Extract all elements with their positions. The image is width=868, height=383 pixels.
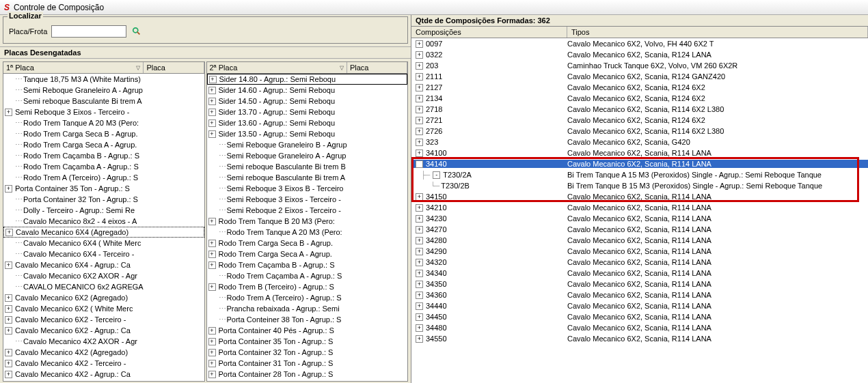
tree-row[interactable]: ├─-T230/2ABi Trem Tanque A 15 M3 (Peroxi… bbox=[411, 169, 868, 180]
list-item[interactable]: ⋯Rodo Trem Caçamba B - Agrup.: S bbox=[3, 150, 204, 161]
list-item[interactable]: ⋯Dolly - Terceiro - Agrup.: Semi Re bbox=[3, 205, 204, 216]
tree-row[interactable]: +34550Cavalo Mecanico 6X2, Scania, R114 … bbox=[411, 333, 868, 344]
list-item[interactable]: +Cavalo Mecanico 4X2 - Terceiro - bbox=[3, 358, 204, 369]
tree-row[interactable]: +34100Cavalo Mecanico 6X2, Scania, R114 … bbox=[411, 147, 868, 158]
tree-row[interactable]: +34320Cavalo Mecanico 6X2, Scania, R114 … bbox=[411, 257, 868, 268]
expand-icon[interactable]: + bbox=[5, 327, 12, 335]
list-item[interactable]: ⋯Rodo Trem Tanque A 20 M3 (Pero: bbox=[3, 117, 204, 128]
tree-row[interactable]: +0097Cavalo Mecanico 6X2, Volvo, FH 440 … bbox=[411, 38, 868, 49]
tree-row[interactable]: +2127Cavalo Mecanico 6X2, Scania, R124 6… bbox=[411, 82, 868, 93]
expand-icon[interactable]: + bbox=[416, 313, 423, 321]
list-item[interactable]: ⋯Semi Reboque 3 Eixos B - Terceiro bbox=[207, 183, 408, 194]
list-item[interactable]: ⋯Semi reboque Basculante Bi trem B bbox=[207, 161, 408, 172]
placa-frota-input[interactable] bbox=[51, 25, 126, 38]
list-item[interactable]: +Sider 14.50 - Agrup.: Semi Reboqu bbox=[207, 96, 408, 107]
expand-icon[interactable]: + bbox=[208, 218, 216, 225]
expand-icon[interactable]: + bbox=[416, 215, 423, 223]
expand-icon[interactable]: + bbox=[208, 98, 216, 105]
tree-row[interactable]: +34340Cavalo Mecanico 6X2, Scania, R114 … bbox=[411, 268, 868, 279]
list-item[interactable]: +Cavalo Mecanico 6X2 - Agrup.: Ca bbox=[3, 325, 204, 336]
list-item[interactable]: +Sider 13.50 - Agrup.: Semi Reboqu bbox=[207, 128, 408, 139]
list-item[interactable]: ⋯Rodo Trem Tanque A 20 M3 (Pero: bbox=[207, 227, 408, 238]
expand-icon[interactable]: + bbox=[416, 226, 423, 233]
expand-icon[interactable]: + bbox=[416, 270, 423, 277]
col2-header-a[interactable]: 2ª Placa ▽ bbox=[207, 62, 347, 73]
list-item[interactable]: ⋯Semi reboque Basculante Bi trem A bbox=[3, 96, 204, 107]
expand-icon[interactable]: + bbox=[208, 349, 216, 356]
expand-icon[interactable]: + bbox=[416, 95, 423, 102]
list-item[interactable]: +Cavalo Mecanico 6X2 ( White Merc bbox=[3, 303, 204, 314]
list-item[interactable]: ⋯Rodo Trem A (Terceiro) - Agrup.: S bbox=[3, 172, 204, 183]
expand-icon[interactable]: + bbox=[208, 327, 216, 335]
list-item[interactable]: ⋯Semi Reboque Graneleiro A - Agrup bbox=[3, 85, 204, 96]
list-item[interactable]: ⋯Cavalo Mecanico 6X4 - Terceiro - bbox=[3, 249, 204, 259]
expand-icon[interactable]: + bbox=[416, 128, 423, 135]
col-composicoes[interactable]: Composições bbox=[411, 27, 567, 38]
col-tipos[interactable]: Tipos bbox=[567, 27, 868, 38]
expand-icon[interactable]: + bbox=[208, 283, 216, 291]
expand-icon[interactable]: + bbox=[416, 40, 423, 48]
expand-icon[interactable]: + bbox=[5, 261, 12, 269]
list-item[interactable]: ⋯Cavalo Mecanico 6X2 AXOR - Agr bbox=[3, 270, 204, 281]
list-item[interactable]: +Sider 13.70 - Agrup.: Semi Reboqu bbox=[207, 107, 408, 117]
list-item[interactable]: +Porta Container 27 Ton - Agrup.: S bbox=[207, 380, 408, 381]
expand-icon[interactable]: + bbox=[416, 62, 423, 70]
expand-icon[interactable]: + bbox=[416, 335, 423, 343]
search-icon[interactable] bbox=[131, 25, 143, 38]
expand-icon[interactable]: + bbox=[208, 87, 216, 94]
list-item[interactable]: +Cavalo Mecanico 6X2 (Agregado) bbox=[3, 292, 204, 303]
tree-row[interactable]: +2111Cavalo Mecanico 6X2, Scania, R124 G… bbox=[411, 71, 868, 82]
expand-icon[interactable]: + bbox=[416, 84, 423, 91]
expand-icon[interactable]: + bbox=[416, 73, 423, 81]
expand-icon[interactable]: + bbox=[416, 302, 423, 310]
list-item[interactable]: ⋯Rodo Trem Carga Seca B - Agrup. bbox=[3, 128, 204, 139]
expand-icon[interactable]: + bbox=[5, 349, 12, 356]
list-item[interactable]: ⋯Rodo Trem Carga Seca A - Agrup. bbox=[3, 139, 204, 150]
expand-icon[interactable]: + bbox=[208, 371, 216, 378]
expand-icon[interactable]: + bbox=[5, 316, 12, 324]
expand-icon[interactable]: + bbox=[416, 150, 423, 157]
list-item[interactable]: +Porta Container 31 Ton - Agrup.: S bbox=[207, 358, 408, 369]
expand-icon[interactable]: + bbox=[208, 130, 216, 138]
expand-icon[interactable]: + bbox=[208, 261, 216, 269]
list-item[interactable]: +Sider 13.60 - Agrup.: Semi Reboqu bbox=[207, 117, 408, 128]
expand-icon[interactable]: + bbox=[416, 139, 423, 146]
list-item[interactable]: +Cavalo Mecanico 6X4 (Agregado) bbox=[3, 227, 204, 238]
expand-icon[interactable]: + bbox=[208, 360, 216, 367]
list-item[interactable]: +Porta Container 32 Ton - Agrup.: S bbox=[207, 347, 408, 358]
tree-row[interactable]: +34440Cavalo Mecanico 6X2, Scania, R114 … bbox=[411, 300, 868, 311]
list-item[interactable]: ⋯Semi Reboque 3 Eixos - Terceiro - bbox=[207, 194, 408, 205]
expand-icon[interactable]: + bbox=[208, 109, 216, 116]
expand-icon[interactable]: + bbox=[416, 237, 423, 244]
tree-row[interactable]: +34270Cavalo Mecanico 6X2, Scania, R114 … bbox=[411, 224, 868, 235]
list-item[interactable]: +Porta Container 40 Pés - Agrup.: S bbox=[207, 325, 408, 336]
list-item[interactable]: +Cavalo Mecanico 4X2 (Agregado) bbox=[3, 347, 204, 358]
list-item[interactable]: ⋯CAVALO MECANICO 6x2 AGREGA bbox=[3, 281, 204, 292]
expand-icon[interactable]: + bbox=[208, 251, 216, 258]
expand-icon[interactable]: + bbox=[208, 240, 216, 247]
list-item[interactable]: ⋯Semi Reboque Graneleiro B - Agrup bbox=[207, 139, 408, 150]
expand-icon[interactable]: - bbox=[416, 160, 423, 168]
list-item[interactable]: +Cavalo Mecanico 6X2 - Terceiro - bbox=[3, 314, 204, 325]
dropdown-icon[interactable]: ▽ bbox=[340, 65, 344, 71]
expand-icon[interactable]: + bbox=[208, 119, 216, 127]
expand-icon[interactable]: + bbox=[416, 193, 423, 201]
list-item[interactable]: +Sider 14.80 - Agrup.: Semi Reboqu bbox=[207, 74, 408, 85]
list-item[interactable]: ⋯Prancha rebaixada - Agrup.: Semi bbox=[207, 303, 408, 314]
list-item[interactable]: +Rodo Trem Carga Seca A - Agrup. bbox=[207, 249, 408, 259]
tree-row[interactable]: +2718Cavalo Mecanico 6X2, Scania, R114 6… bbox=[411, 104, 868, 115]
list-item[interactable]: +Caminhao Toco - Terceiro - Agrup bbox=[3, 380, 204, 381]
list-item[interactable]: +Rodo Trem Carga Seca B - Agrup. bbox=[207, 238, 408, 249]
expand-icon[interactable]: + bbox=[416, 106, 423, 113]
list-item[interactable]: +Porta Container 28 Ton - Agrup.: S bbox=[207, 369, 408, 380]
expand-icon[interactable]: - bbox=[433, 171, 440, 179]
list-item[interactable]: ⋯Porta Conteiner 38 Ton - Agrup.: S bbox=[207, 314, 408, 325]
tree-row[interactable]: +34480Cavalo Mecanico 6X2, Scania, R114 … bbox=[411, 322, 868, 333]
tree-row[interactable]: +34210Cavalo Mecanico 6X2, Scania, R114 … bbox=[411, 202, 868, 213]
tree-row[interactable]: +34290Cavalo Mecanico 6X2, Scania, R114 … bbox=[411, 246, 868, 257]
list-item[interactable]: ⋯Cavalo Mecanico 4X2 AXOR - Agr bbox=[3, 336, 204, 347]
composicoes-tree[interactable]: +0097Cavalo Mecanico 6X2, Volvo, FH 440 … bbox=[411, 38, 868, 383]
tree-row[interactable]: +203Caminhao Truck Tanque 6X2, Volvo, VM… bbox=[411, 60, 868, 71]
expand-icon[interactable]: + bbox=[5, 109, 12, 116]
list-item[interactable]: ⋯Cavalo Mecanico 6X4 ( White Merc bbox=[3, 238, 204, 249]
